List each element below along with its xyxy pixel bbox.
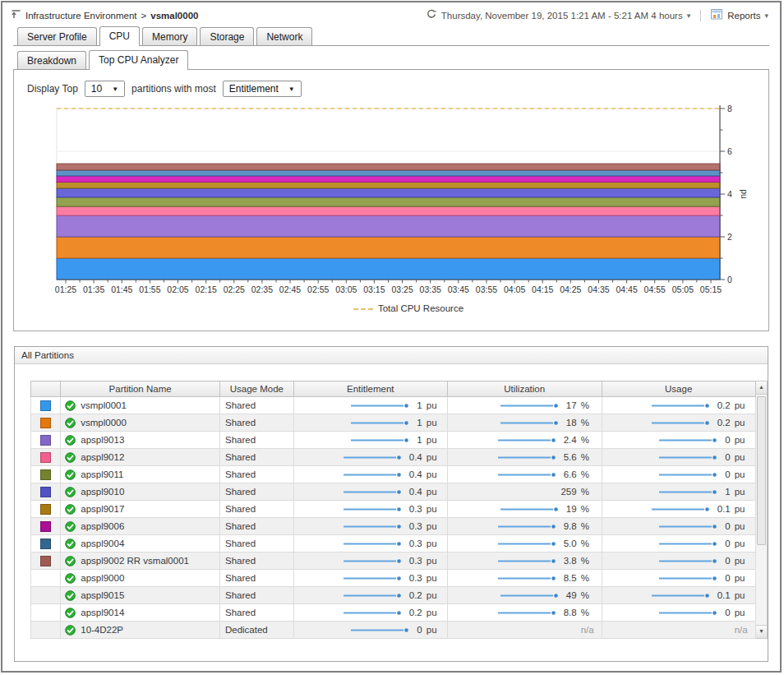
table-row[interactable]: apspl9015Shared0.2pu49%0.1pu bbox=[31, 587, 756, 604]
utilization-cell: 8.8% bbox=[447, 604, 602, 622]
table-scrollbar[interactable]: ▲ ▼ bbox=[756, 381, 768, 639]
svg-text:8: 8 bbox=[727, 104, 732, 113]
utilization-cell: 3.8% bbox=[447, 552, 602, 570]
partition-name-cell[interactable]: apspl9012 bbox=[61, 449, 220, 466]
tab-server-profile[interactable]: Server Profile bbox=[17, 27, 97, 45]
sparkline bbox=[343, 488, 405, 496]
status-ok-icon bbox=[65, 625, 76, 636]
scroll-down-icon[interactable]: ▼ bbox=[756, 625, 767, 638]
utilization-cell: 5.0% bbox=[447, 535, 602, 552]
entitlement-cell: 0.3pu bbox=[293, 501, 447, 518]
entitlement-cell: 1pu bbox=[293, 414, 447, 432]
table-row[interactable]: apspl9006Shared0.3pu9.8%0pu bbox=[31, 518, 756, 535]
column-header-utilization[interactable]: Utilization bbox=[447, 381, 602, 397]
top-count-caret-icon: ▼ bbox=[112, 86, 118, 93]
scrollbar-thumb[interactable] bbox=[757, 396, 766, 545]
tab-cpu[interactable]: CPU bbox=[99, 26, 140, 46]
table-row[interactable]: apspl9013Shared1pu2.4%0pu bbox=[31, 432, 756, 449]
svg-text:05:05: 05:05 bbox=[672, 284, 694, 294]
partition-name-cell[interactable]: apspl9004 bbox=[61, 535, 220, 552]
top-count-select[interactable]: 10 ▼ bbox=[85, 81, 125, 97]
usage-mode-cell: Shared bbox=[219, 501, 293, 518]
svg-text:03:25: 03:25 bbox=[391, 284, 413, 294]
partition-name-cell[interactable]: apspl9000 bbox=[61, 570, 220, 587]
metric-select[interactable]: Entitlement ▼ bbox=[223, 81, 302, 97]
sparkline bbox=[651, 402, 713, 409]
partition-name-cell[interactable]: apspl9010 bbox=[61, 483, 220, 501]
partition-name-cell[interactable]: vsmpl0000 bbox=[61, 414, 220, 432]
tab-storage[interactable]: Storage bbox=[200, 27, 254, 45]
svg-text:05:15: 05:15 bbox=[700, 284, 722, 294]
chart-canvas: 02468pu01:2501:3501:4501:5502:0502:1502:… bbox=[47, 104, 770, 297]
partition-name-cell[interactable]: apspl9017 bbox=[61, 501, 220, 518]
svg-text:2: 2 bbox=[727, 232, 732, 242]
stacked-area-chart: 02468pu01:2501:3501:4501:5502:0502:1502:… bbox=[47, 104, 768, 300]
usage-mode-cell: Shared bbox=[219, 414, 293, 432]
up-level-icon[interactable] bbox=[11, 9, 21, 21]
usage-mode-cell: Shared bbox=[219, 466, 293, 483]
usage-mode-cell: Shared bbox=[219, 518, 293, 535]
column-header-usage-mode[interactable]: Usage Mode bbox=[219, 381, 293, 397]
column-header-entitlement[interactable]: Entitlement bbox=[293, 381, 447, 397]
partition-name-cell[interactable]: apspl9013 bbox=[61, 432, 220, 449]
sparkline bbox=[500, 506, 562, 513]
reports-menu[interactable]: Reports ▾ bbox=[711, 9, 768, 21]
breadcrumb[interactable]: Infrastructure Environment > vsmal0000 bbox=[11, 9, 198, 21]
column-header-usage[interactable]: Usage bbox=[602, 381, 755, 397]
column-header-color[interactable] bbox=[31, 381, 61, 397]
tab-memory[interactable]: Memory bbox=[142, 27, 197, 45]
table-row[interactable]: apspl9012Shared0.4pu5.6%0pu bbox=[31, 449, 756, 466]
sparkline bbox=[343, 454, 405, 461]
partition-name-cell[interactable]: apspl9002 RR vsmal0001 bbox=[61, 552, 220, 570]
entitlement-cell: 0pu bbox=[293, 622, 447, 639]
sparkline bbox=[500, 592, 562, 599]
partition-name-cell[interactable]: apspl9015 bbox=[61, 587, 220, 604]
utilization-cell: 8.5% bbox=[447, 570, 602, 587]
time-range-selector[interactable]: Thursday, November 19, 2015 1:21 AM - 5:… bbox=[426, 9, 690, 21]
column-header-partition-name[interactable]: Partition Name bbox=[61, 381, 220, 397]
sparkline bbox=[651, 592, 713, 599]
table-row[interactable]: vsmpl0001Shared1pu17%0.2pu bbox=[31, 397, 756, 414]
table-row[interactable]: 10-4D22PDedicated0pun/an/a bbox=[31, 622, 756, 639]
header-divider bbox=[700, 10, 701, 21]
entitlement-cell: 0.4pu bbox=[293, 466, 447, 483]
scrollbar-track[interactable] bbox=[756, 395, 767, 625]
time-range-caret-icon: ▾ bbox=[687, 12, 691, 20]
subtab-top-cpu-analyzer[interactable]: Top CPU Analyzer bbox=[89, 50, 188, 70]
table-row[interactable]: apspl9010Shared0.4pu259%1pu bbox=[31, 483, 756, 501]
table-row[interactable]: apspl9014Shared0.2pu8.8%0pu bbox=[31, 604, 756, 622]
table-row[interactable]: vsmpl0000Shared1pu18%0.2pu bbox=[31, 414, 756, 432]
metric-caret-icon: ▼ bbox=[288, 86, 295, 93]
breadcrumb-root[interactable]: Infrastructure Environment bbox=[25, 11, 137, 21]
table-row[interactable]: apspl9017Shared0.3pu19%0.1pu bbox=[31, 501, 756, 518]
display-top-label: Display Top bbox=[27, 83, 78, 95]
usage-mode-cell: Dedicated bbox=[219, 622, 293, 639]
table-row[interactable]: apspl9004Shared0.3pu5.0%0pu bbox=[31, 535, 756, 552]
utilization-cell: n/a bbox=[447, 622, 602, 639]
table-row[interactable]: apspl9011Shared0.4pu6.6%0pu bbox=[31, 466, 756, 483]
panel-title: All Partitions bbox=[15, 347, 768, 364]
series-color-cell bbox=[31, 397, 61, 414]
utilization-cell: 19% bbox=[447, 501, 602, 518]
partition-name-cell[interactable]: 10-4D22P bbox=[61, 622, 220, 639]
table-row[interactable]: apspl9000Shared0.3pu8.5%0pu bbox=[31, 570, 756, 587]
partition-name-cell[interactable]: apspl9011 bbox=[61, 466, 220, 483]
svg-text:01:35: 01:35 bbox=[83, 284, 104, 294]
svg-text:04:15: 04:15 bbox=[532, 284, 553, 294]
series-color-swatch bbox=[40, 539, 51, 549]
svg-text:pu: pu bbox=[740, 189, 749, 199]
scroll-up-icon[interactable]: ▲ bbox=[756, 381, 767, 395]
partition-name-cell[interactable]: vsmpl0001 bbox=[61, 397, 220, 414]
tab-network[interactable]: Network bbox=[256, 27, 312, 45]
series-color-cell bbox=[31, 604, 61, 622]
subtab-breakdown[interactable]: Breakdown bbox=[17, 51, 86, 69]
usage-cell: 0pu bbox=[602, 604, 755, 622]
table-row[interactable]: apspl9002 RR vsmal0001Shared0.3pu3.8%0pu bbox=[31, 552, 756, 570]
partition-name-cell[interactable]: apspl9006 bbox=[61, 518, 220, 535]
partition-name-cell[interactable]: apspl9014 bbox=[61, 604, 220, 622]
breadcrumb-current: vsmal0000 bbox=[150, 11, 198, 21]
usage-cell: 1pu bbox=[602, 483, 755, 501]
series-color-swatch bbox=[40, 400, 51, 411]
sparkline bbox=[497, 557, 560, 565]
entitlement-cell: 0.4pu bbox=[293, 449, 447, 466]
